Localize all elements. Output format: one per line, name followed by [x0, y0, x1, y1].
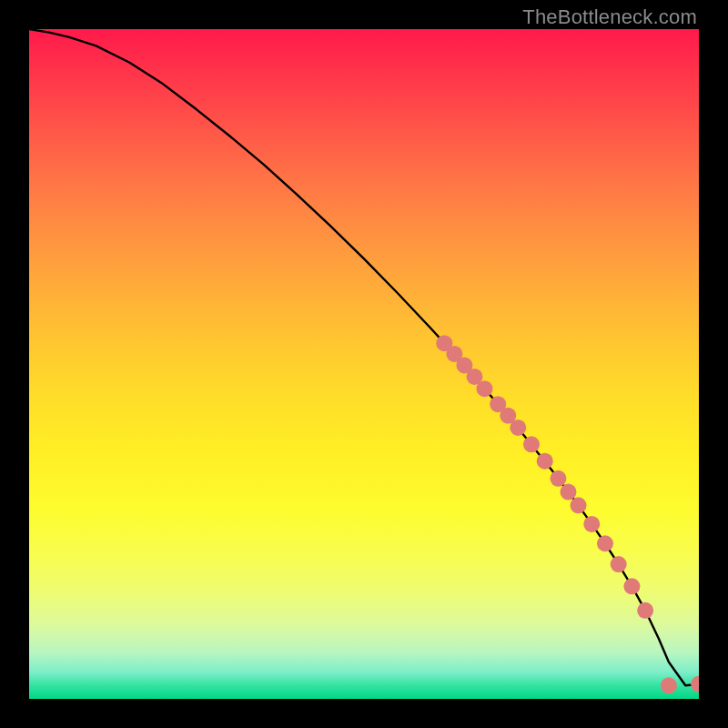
data-point: [637, 602, 653, 619]
data-point: [560, 484, 576, 500]
data-point: [537, 453, 553, 470]
data-point: [611, 556, 627, 572]
data-point: [550, 470, 566, 487]
plot-area: [29, 29, 699, 699]
data-point: [510, 420, 526, 436]
attribution-text: TheBottleneck.com: [522, 5, 697, 29]
chart-svg: [29, 29, 699, 699]
data-point: [597, 535, 613, 551]
data-point: [583, 516, 600, 532]
data-point: [476, 380, 492, 397]
data-point: [661, 677, 677, 693]
data-point: [571, 497, 587, 513]
data-point: [691, 676, 699, 693]
data-point: [523, 436, 540, 452]
curve-line: [29, 29, 699, 685]
data-point: [623, 578, 640, 594]
